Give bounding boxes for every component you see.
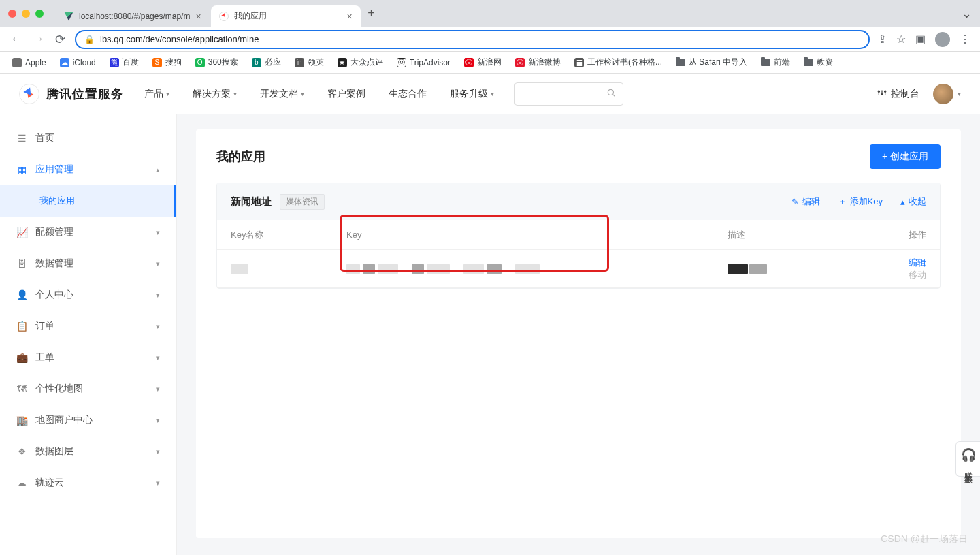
nav-solution[interactable]: 解决方案▾: [193, 88, 237, 100]
layers-icon: ❖: [16, 446, 27, 457]
maximize-window-icon[interactable]: [35, 10, 44, 18]
chevron-up-icon: ▴: [156, 165, 160, 174]
folder-icon: [676, 59, 685, 66]
sidebar: ☰首页 ▦应用管理▴ 我的应用 📈配额管理▾ 🗄数据管理▾ 👤个人中心▾ 📋订单…: [0, 114, 177, 555]
header-right: 控制台 ▾: [877, 84, 961, 104]
sidebar-item-data[interactable]: 🗄数据管理▾: [0, 248, 176, 279]
browser-tab-active[interactable]: 我的应用 ×: [211, 5, 361, 27]
minimize-window-icon[interactable]: [22, 10, 30, 18]
sidebar-item-profile[interactable]: 👤个人中心▾: [0, 279, 176, 311]
back-button[interactable]: ←: [10, 32, 23, 46]
bookmark-bing[interactable]: b必应: [252, 57, 281, 68]
row-edit-button[interactable]: 编辑: [909, 257, 926, 268]
bookmark-folder-safari[interactable]: 从 Safari 中导入: [676, 57, 747, 68]
bookmark-folder-frontend[interactable]: 前端: [761, 57, 790, 68]
tabs-overflow-icon[interactable]: ⌄: [962, 6, 972, 21]
th-desc: 描述: [728, 229, 877, 241]
browser-tab-bar: localhost:8080/#/pages/map/m × 我的应用 × + …: [0, 0, 980, 27]
nav-cases[interactable]: 客户案例: [327, 88, 365, 100]
map-icon: 🗺: [16, 383, 27, 394]
svg-line-1: [613, 94, 615, 96]
page-title: 我的应用: [216, 148, 265, 165]
bookmark-folder-teach[interactable]: 教资: [804, 57, 833, 68]
reload-button[interactable]: ⟳: [53, 32, 67, 47]
bookmarks-bar: Apple ☁iCloud 熊百度 S搜狗 O360搜索 b必应 in领英 ★大…: [0, 52, 980, 74]
panel-icon[interactable]: ▣: [915, 33, 926, 46]
browser-tab-inactive[interactable]: localhost:8080/#/pages/map/m ×: [56, 5, 210, 27]
sidebar-item-app-mgmt[interactable]: ▦应用管理▴: [0, 154, 176, 185]
sidebar-item-home[interactable]: ☰首页: [0, 123, 176, 154]
chevron-down-icon: ▾: [156, 416, 160, 425]
sidebar-item-custom-map[interactable]: 🗺个性化地图▾: [0, 373, 176, 405]
chart-icon: 📈: [16, 227, 27, 238]
vue-icon: [64, 12, 74, 21]
caret-down-icon: ▾: [491, 90, 494, 97]
panel-header: 我的应用 + 创建应用: [216, 144, 941, 169]
user-icon: 👤: [16, 289, 27, 300]
user-avatar-icon: [933, 84, 953, 104]
console-link[interactable]: 控制台: [877, 88, 919, 100]
address-bar[interactable]: 🔒 lbs.qq.com/dev/console/application/min…: [75, 30, 870, 49]
bookmark-sina[interactable]: ⓔ新浪网: [464, 57, 502, 68]
share-icon[interactable]: ⇪: [878, 33, 887, 46]
watermark: CSDN @赶一场落日: [881, 533, 968, 545]
row-move-button[interactable]: 移动: [909, 270, 926, 280]
bookmark-doc[interactable]: ䷀工作检讨书(各种格...: [574, 57, 662, 68]
nav-eco[interactable]: 生态合作: [389, 88, 427, 100]
cloud-icon: ☁: [16, 477, 27, 488]
sidebar-item-tickets[interactable]: 💼工单▾: [0, 342, 176, 373]
sidebar-sub-my-app[interactable]: 我的应用: [0, 185, 176, 217]
contact-support-button[interactable]: 🎧 联系客服: [956, 441, 980, 477]
bookmark-icloud[interactable]: ☁iCloud: [60, 58, 96, 67]
brand-text: 腾讯位置服务: [46, 86, 124, 102]
chevron-down-icon: ▾: [156, 228, 160, 237]
sidebar-item-track[interactable]: ☁轨迹云▾: [0, 467, 176, 498]
nav-docs[interactable]: 开发文档▾: [260, 88, 304, 100]
chevron-down-icon: ▾: [156, 259, 160, 268]
bookmark-360[interactable]: O360搜索: [195, 57, 238, 68]
app-card-header: 新闻地址 媒体资讯 ✎编辑 ＋添加Key ▴收起: [217, 183, 940, 220]
sidebar-item-layers[interactable]: ❖数据图层▾: [0, 436, 176, 467]
bookmark-sogou[interactable]: S搜狗: [152, 57, 182, 68]
nav-upgrade[interactable]: 服务升级▾: [450, 88, 494, 100]
app-card-tag: 媒体资讯: [280, 194, 325, 210]
content-area: 我的应用 + 创建应用 新闻地址 媒体资讯 ✎编辑 ＋添加Key ▴收起 Key…: [177, 114, 980, 555]
user-menu[interactable]: ▾: [933, 84, 961, 104]
bookmark-apple[interactable]: Apple: [12, 58, 46, 67]
brand-logo[interactable]: 腾讯位置服务: [19, 84, 124, 104]
tab-close-icon[interactable]: ×: [195, 11, 201, 22]
sidebar-item-quota[interactable]: 📈配额管理▾: [0, 217, 176, 248]
clipboard-icon: 📋: [16, 321, 27, 332]
bookmark-star-icon[interactable]: ☆: [896, 33, 906, 46]
edit-app-button[interactable]: ✎编辑: [791, 195, 820, 208]
bookmark-baidu[interactable]: 熊百度: [110, 57, 139, 68]
bookmark-linkedin[interactable]: in领英: [295, 57, 324, 68]
forward-button[interactable]: →: [31, 32, 45, 46]
chevron-down-icon: ▾: [156, 447, 160, 456]
bookmark-weibo[interactable]: ⓔ新浪微博: [515, 57, 561, 68]
app-body: ☰首页 ▦应用管理▴ 我的应用 📈配额管理▾ 🗄数据管理▾ 👤个人中心▾ 📋订单…: [0, 114, 980, 555]
profile-avatar-icon[interactable]: [935, 32, 950, 47]
nav-product[interactable]: 产品▾: [144, 88, 169, 100]
tab-title: 我的应用: [234, 10, 267, 22]
bookmark-dianping[interactable]: ★大众点评: [338, 57, 383, 68]
folder-icon: [804, 59, 813, 66]
store-icon: 🏬: [16, 415, 27, 426]
tab-close-icon[interactable]: ×: [346, 11, 352, 22]
window-controls[interactable]: [8, 10, 44, 18]
search-icon: [606, 88, 616, 100]
close-window-icon[interactable]: [8, 10, 16, 18]
menu-icon[interactable]: ⋮: [960, 33, 970, 46]
headset-icon: 🎧: [961, 447, 976, 462]
sidebar-item-orders[interactable]: 📋订单▾: [0, 311, 176, 342]
briefcase-icon: 💼: [16, 352, 27, 363]
grid-icon: ▦: [16, 164, 27, 175]
collapse-button[interactable]: ▴收起: [900, 195, 926, 208]
search-input[interactable]: [514, 82, 623, 106]
sidebar-item-merchant[interactable]: 🏬地图商户中心▾: [0, 405, 176, 436]
create-app-button[interactable]: + 创建应用: [870, 144, 941, 169]
chevron-down-icon: ▾: [156, 322, 160, 331]
bookmark-tripadvisor[interactable]: ⓞTripAdvisor: [397, 58, 451, 67]
new-tab-button[interactable]: +: [362, 6, 381, 20]
add-key-button[interactable]: ＋添加Key: [838, 195, 883, 208]
